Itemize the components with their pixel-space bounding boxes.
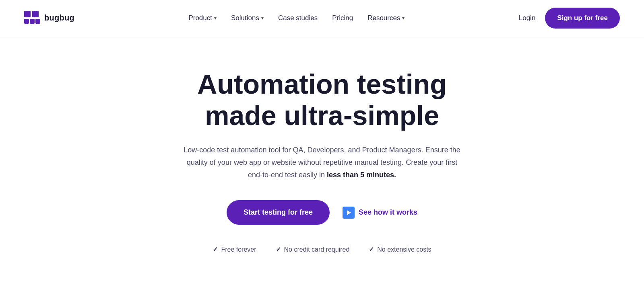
hero-subtitle: Low-code test automation tool for QA, De… [181,144,463,181]
feature-item-1: ✓ No credit card required [276,246,350,253]
cta-primary-button[interactable]: Start testing for free [227,200,330,225]
logo-link[interactable]: bugbug [24,11,74,25]
nav-item-pricing[interactable]: Pricing [332,14,353,22]
chevron-down-icon: ▾ [402,15,405,21]
nav-item-product[interactable]: Product ▾ [188,14,217,22]
checkmark-icon: ✓ [213,246,218,253]
nav-link-case-studies[interactable]: Case studies [278,14,318,22]
svg-rect-0 [24,11,31,17]
nav-item-resources[interactable]: Resources ▾ [367,14,405,22]
logo-icon [24,11,40,25]
svg-rect-2 [24,19,29,24]
cta-secondary-link[interactable]: See how it works [343,207,417,219]
navbar: bugbug Product ▾ Solutions ▾ Case studie… [0,0,644,36]
nav-link-resources[interactable]: Resources ▾ [367,14,405,22]
nav-item-case-studies[interactable]: Case studies [278,14,318,22]
svg-rect-1 [32,11,39,17]
nav-link-pricing[interactable]: Pricing [332,14,353,22]
nav-actions: Login Sign up for free [519,8,620,29]
hero-section: Automation testing made ultra-simple Low… [0,36,644,269]
play-icon [343,207,355,219]
nav-link-product[interactable]: Product ▾ [188,14,217,22]
hero-buttons: Start testing for free See how it works [227,200,417,225]
svg-rect-4 [35,19,40,24]
login-link[interactable]: Login [519,14,536,22]
checkmark-icon: ✓ [369,246,374,253]
nav-link-solutions[interactable]: Solutions ▾ [231,14,264,22]
chevron-down-icon: ▾ [214,15,217,21]
chevron-down-icon: ▾ [261,15,264,21]
nav-item-solutions[interactable]: Solutions ▾ [231,14,264,22]
logo-text: bugbug [44,13,74,23]
feature-item-0: ✓ Free forever [213,246,256,253]
hero-title: Automation testing made ultra-simple [197,68,447,131]
checkmark-icon: ✓ [276,246,281,253]
feature-item-2: ✓ No extensive costs [369,246,431,253]
play-triangle [347,210,351,215]
nav-links: Product ▾ Solutions ▾ Case studies Prici… [188,14,405,22]
hero-features: ✓ Free forever ✓ No credit card required… [213,246,431,253]
signup-button[interactable]: Sign up for free [545,8,620,29]
svg-rect-3 [30,19,35,24]
